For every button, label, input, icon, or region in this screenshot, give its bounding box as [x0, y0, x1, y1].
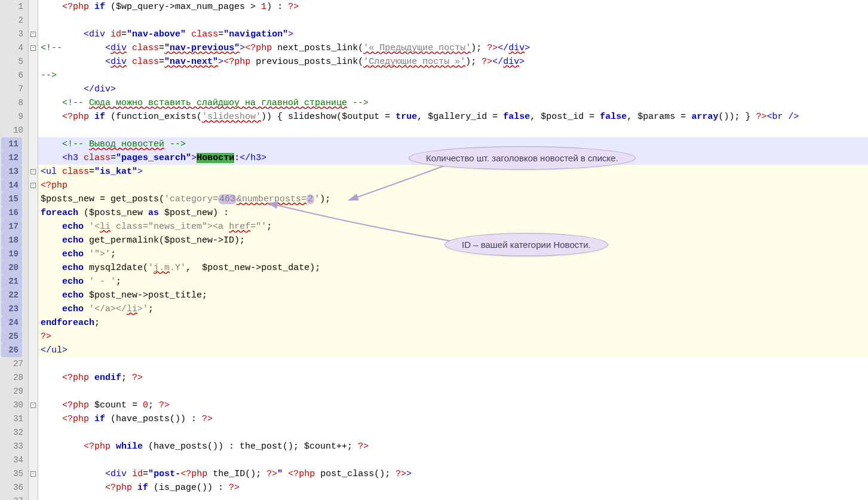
fold-cell: [29, 124, 38, 137]
line-number[interactable]: 21: [1, 275, 22, 289]
line-number[interactable]: 11: [1, 137, 22, 151]
line-number[interactable]: 34: [0, 453, 23, 467]
line-number[interactable]: 31: [0, 412, 23, 426]
line-number[interactable]: 33: [0, 440, 23, 453]
line-number[interactable]: 17: [1, 220, 22, 234]
code-line[interactable]: <?php endif; ?>: [38, 371, 868, 385]
fold-gutter[interactable]: ------: [29, 0, 38, 500]
line-number[interactable]: 4: [0, 41, 23, 55]
line-number[interactable]: 6: [0, 69, 23, 82]
fold-toggle[interactable]: -: [30, 183, 36, 188]
code-area[interactable]: <?php if ($wp_query->max_num_pages > 1) …: [38, 0, 868, 500]
code-line[interactable]: echo ' - ';: [38, 275, 868, 289]
fold-toggle[interactable]: -: [30, 32, 36, 37]
line-number[interactable]: 15: [1, 192, 22, 206]
code-line[interactable]: <?php if ($wp_query->max_num_pages > 1) …: [38, 0, 868, 14]
code-line[interactable]: [38, 14, 868, 27]
line-number[interactable]: 3: [0, 27, 23, 41]
line-number[interactable]: 37: [0, 495, 23, 500]
fold-cell: [29, 371, 38, 385]
fold-cell: [29, 302, 38, 316]
code-line[interactable]: -->: [38, 69, 868, 82]
line-number[interactable]: 36: [0, 481, 23, 495]
fold-cell: [29, 426, 38, 440]
code-line[interactable]: [38, 385, 868, 398]
fold-cell: [29, 0, 38, 14]
fold-cell: -: [29, 467, 38, 481]
fold-cell: [29, 453, 38, 467]
fold-cell: [29, 220, 38, 234]
fold-cell: -: [29, 165, 38, 179]
fold-cell: [29, 412, 38, 426]
line-number[interactable]: 10: [0, 124, 23, 137]
fold-cell: -: [29, 41, 38, 55]
line-number[interactable]: 9: [0, 110, 23, 124]
code-line[interactable]: <?php if (function_exists('slideshow')) …: [38, 110, 868, 124]
line-number[interactable]: 2: [0, 14, 23, 27]
code-line[interactable]: </div>: [38, 82, 868, 96]
line-number[interactable]: 18: [1, 234, 22, 247]
code-line[interactable]: [38, 495, 868, 500]
line-number[interactable]: 23: [1, 302, 22, 316]
line-number[interactable]: 25: [1, 330, 22, 343]
code-line[interactable]: <?php $count = 0; ?>: [38, 398, 868, 412]
code-line[interactable]: echo '</a></li>';: [38, 302, 868, 316]
code-line[interactable]: [38, 124, 868, 137]
code-line[interactable]: echo $post_new->post_title;: [38, 289, 868, 302]
line-number-gutter[interactable]: 1234567891011121314151617181920212223242…: [0, 0, 29, 500]
code-line[interactable]: <?php if (is_page()) : ?>: [38, 481, 868, 495]
code-line[interactable]: ?>: [38, 330, 868, 343]
fold-cell: [29, 206, 38, 220]
code-line[interactable]: [38, 426, 868, 440]
fold-toggle[interactable]: -: [30, 169, 36, 174]
line-number[interactable]: 35: [0, 467, 23, 481]
code-line[interactable]: <div id="nav-above" class="navigation">: [38, 27, 868, 41]
fold-cell: [29, 14, 38, 27]
fold-cell: [29, 55, 38, 69]
line-number[interactable]: 26: [1, 343, 22, 357]
fold-toggle[interactable]: -: [30, 45, 36, 51]
line-number[interactable]: 32: [0, 426, 23, 440]
line-number[interactable]: 27: [0, 357, 23, 371]
line-number[interactable]: 5: [0, 55, 23, 69]
code-line[interactable]: [38, 357, 868, 371]
line-number[interactable]: 19: [1, 247, 22, 261]
line-number[interactable]: 29: [0, 385, 23, 398]
line-number[interactable]: 30: [0, 398, 23, 412]
fold-cell: [29, 247, 38, 261]
fold-cell: [29, 82, 38, 96]
fold-cell: [29, 357, 38, 371]
code-line[interactable]: $posts_new = get_posts('category=463&num…: [38, 192, 868, 206]
line-number[interactable]: 1: [0, 0, 23, 14]
line-number[interactable]: 7: [0, 82, 23, 96]
line-number[interactable]: 14: [1, 179, 22, 192]
code-line[interactable]: <!-- <div class="nav-previous"><?php nex…: [38, 41, 868, 55]
line-number[interactable]: 16: [1, 206, 22, 220]
line-number[interactable]: 13: [1, 165, 22, 179]
code-line[interactable]: <?php while (have_posts()) : the_post();…: [38, 440, 868, 453]
fold-cell: -: [29, 398, 38, 412]
fold-toggle[interactable]: -: [30, 471, 36, 477]
code-line[interactable]: endforeach;: [38, 316, 868, 330]
line-number[interactable]: 28: [0, 371, 23, 385]
code-line[interactable]: <div class="nav-next"><?php previous_pos…: [38, 55, 868, 69]
code-line[interactable]: <?php: [38, 179, 868, 192]
code-line[interactable]: <div id="post-<?php the_ID(); ?>" <?php …: [38, 467, 868, 481]
line-number[interactable]: 20: [1, 261, 22, 275]
code-line[interactable]: foreach ($posts_new as $post_new) :: [38, 206, 868, 220]
line-number[interactable]: 24: [1, 316, 22, 330]
fold-cell: [29, 343, 38, 357]
code-line[interactable]: [38, 453, 868, 467]
fold-cell: [29, 440, 38, 453]
code-line[interactable]: echo '<li class="news_item"><a href="';: [38, 220, 868, 234]
code-line[interactable]: <?php if (have_posts()) : ?>: [38, 412, 868, 426]
code-line[interactable]: echo mysql2date('j.m.Y', $post_new->post…: [38, 261, 868, 275]
line-number[interactable]: 22: [1, 289, 22, 302]
fold-toggle[interactable]: -: [30, 403, 36, 408]
fold-cell: [29, 69, 38, 82]
code-line[interactable]: </ul>: [38, 343, 868, 357]
line-number[interactable]: 12: [1, 151, 22, 165]
line-number[interactable]: 8: [0, 96, 23, 110]
fold-cell: [29, 316, 38, 330]
code-line[interactable]: <!-- Сюда можно вставить слайдшоу на гла…: [38, 96, 868, 110]
